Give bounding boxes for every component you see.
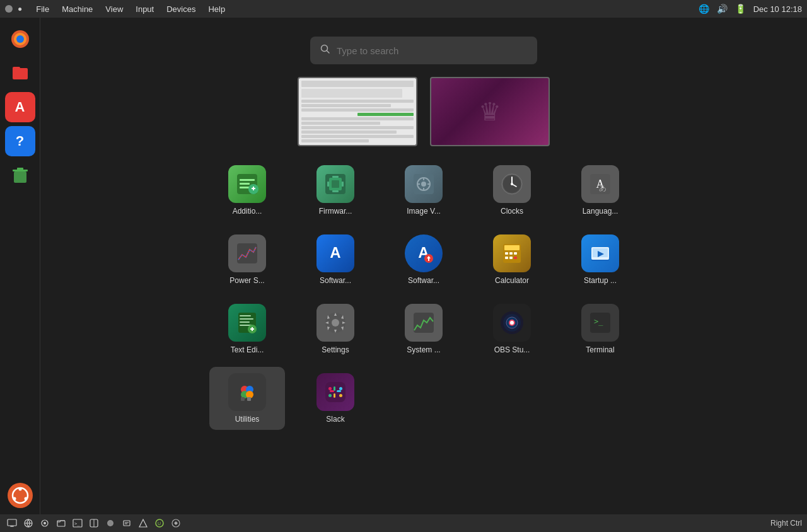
- startup-label: Startup ...: [584, 276, 617, 285]
- taskbar-icon10[interactable]: U: [153, 516, 166, 530]
- app-item-obs[interactable]: OBS Stu...: [474, 298, 550, 361]
- svg-rect-84: [330, 390, 334, 392]
- svg-rect-99: [57, 521, 65, 526]
- app-item-language[interactable]: A あ Languag...: [562, 159, 638, 222]
- svg-text:U: U: [158, 521, 161, 526]
- app-item-settings[interactable]: Settings: [298, 298, 373, 361]
- menu-view[interactable]: View: [99, 0, 129, 18]
- svg-point-68: [332, 319, 339, 327]
- language-label: Languag...: [583, 207, 618, 216]
- taskbar-icon7[interactable]: [103, 516, 117, 530]
- sidebar-icon-software[interactable]: A: [5, 92, 35, 122]
- crown-watermark: ♛: [479, 97, 501, 126]
- app-item-softwareupdater[interactable]: A Softwar...: [386, 228, 462, 291]
- app-grid: Additio... Firmwar...: [209, 159, 638, 430]
- utilities-icon: [228, 373, 266, 411]
- svg-rect-83: [325, 382, 345, 402]
- powerstats-label: Power S...: [229, 276, 264, 285]
- sidebar-icon-ubuntu[interactable]: [8, 483, 33, 508]
- sidebar-icon-trash[interactable]: [5, 160, 35, 190]
- app-item-powerstats[interactable]: Power S...: [209, 228, 285, 291]
- taskbar-settings-icon[interactable]: [38, 516, 52, 530]
- settings-icon: [316, 304, 354, 342]
- menubar-right: 🌐 🔊 🔋 Dec 10 12:18: [699, 4, 802, 14]
- svg-rect-52: [505, 257, 508, 259]
- clocks-label: Clocks: [501, 207, 523, 216]
- svg-rect-85: [337, 390, 341, 392]
- terminal-label: Terminal: [586, 345, 614, 354]
- svg-text:>_: >_: [74, 521, 80, 526]
- menu-devices[interactable]: Devices: [160, 0, 202, 18]
- powerstats-icon: [228, 234, 266, 272]
- svg-rect-23: [332, 180, 339, 188]
- app-item-utilities[interactable]: Utilities: [209, 367, 285, 430]
- software-preview-content: [299, 78, 416, 145]
- top-menubar: ● File Machine View Input Devices Help 🌐…: [0, 0, 807, 18]
- taskbar-icon9[interactable]: [136, 516, 150, 530]
- search-input[interactable]: [337, 45, 527, 56]
- svg-rect-53: [509, 257, 513, 259]
- svg-point-88: [328, 387, 332, 390]
- taskbar-network-icon[interactable]: [21, 516, 35, 530]
- svg-point-105: [108, 521, 112, 525]
- svg-rect-26: [332, 176, 339, 178]
- svg-marker-109: [139, 519, 147, 527]
- battery-icon: 🔋: [735, 4, 746, 14]
- firefox-icon: [9, 28, 32, 50]
- svg-rect-7: [17, 168, 23, 170]
- svg-point-11: [13, 497, 16, 500]
- taskbar-terminal-icon[interactable]: >_: [71, 516, 84, 530]
- svg-point-91: [339, 394, 342, 397]
- texteditor-icon: [228, 304, 266, 342]
- menu-help[interactable]: Help: [202, 0, 231, 18]
- svg-rect-51: [514, 252, 517, 255]
- software-center-letter: A: [15, 99, 25, 115]
- menu-file[interactable]: File: [30, 0, 55, 18]
- app-item-additions[interactable]: Additio...: [209, 159, 285, 222]
- taskbar-icon8[interactable]: [120, 516, 134, 530]
- taskbar-icon11[interactable]: [169, 516, 183, 530]
- app-item-imageviewer[interactable]: Image V...: [386, 159, 462, 222]
- svg-point-74: [510, 321, 514, 325]
- app-item-softwarecenter[interactable]: A Softwar...: [298, 228, 373, 291]
- network-icon: 🌐: [699, 4, 709, 14]
- app-item-systemmonitor[interactable]: System ...: [386, 298, 462, 361]
- app-item-slack[interactable]: Slack: [298, 367, 373, 430]
- firmware-label: Firmwar...: [319, 207, 352, 216]
- volume-icon: 🔊: [717, 4, 728, 14]
- menu-machine[interactable]: Machine: [55, 0, 99, 18]
- sidebar-icon-files[interactable]: [5, 58, 35, 88]
- svg-text:A: A: [330, 244, 340, 261]
- app-item-calculator[interactable]: Calculator: [474, 228, 550, 291]
- preview-desktop[interactable]: ♛: [430, 77, 550, 146]
- slack-label: Slack: [326, 415, 344, 424]
- svg-rect-24: [327, 182, 329, 187]
- obs-icon: [493, 304, 531, 342]
- sidebar-icon-firefox[interactable]: [5, 24, 35, 54]
- calculator-label: Calculator: [495, 276, 529, 285]
- app-item-terminal[interactable]: >_ Terminal: [562, 298, 638, 361]
- sidebar-icon-help[interactable]: ?: [5, 126, 35, 156]
- taskbar-files-icon[interactable]: [54, 516, 68, 530]
- app-item-texteditor[interactable]: Text Edi...: [209, 298, 285, 361]
- systemmonitor-label: System ...: [407, 345, 440, 354]
- window-previews: ♛: [298, 77, 550, 146]
- app-item-startup[interactable]: Startup ...: [562, 228, 638, 291]
- window-control-dot: [5, 5, 13, 13]
- menu-input[interactable]: Input: [129, 0, 160, 18]
- svg-rect-62: [240, 321, 250, 323]
- files-icon: [9, 62, 32, 84]
- svg-point-39: [511, 183, 513, 185]
- svg-rect-61: [240, 318, 253, 320]
- main-content: ♛ Additio...: [40, 18, 807, 514]
- app-item-clocks[interactable]: Clocks: [474, 159, 550, 222]
- taskbar-display-icon[interactable]: [5, 516, 19, 530]
- taskbar-icon6[interactable]: [87, 516, 101, 530]
- svg-rect-54: [514, 257, 517, 259]
- bottom-taskbar: >_ U R: [0, 514, 807, 532]
- app-item-firmware[interactable]: Firmwar...: [298, 159, 373, 222]
- help-letter: ?: [16, 133, 24, 149]
- preview-software-updater[interactable]: [298, 77, 417, 146]
- svg-rect-25: [342, 182, 344, 187]
- svg-point-30: [421, 182, 426, 187]
